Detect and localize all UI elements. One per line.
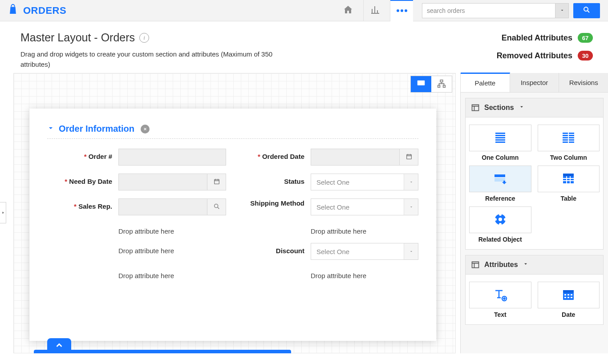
desktop-view-button[interactable]	[411, 76, 431, 92]
svg-rect-38	[472, 262, 479, 267]
svg-rect-6	[214, 179, 219, 184]
palette-two-column[interactable]	[538, 125, 600, 151]
drop-zone[interactable]: Drop attribute here	[118, 268, 174, 279]
panel-scroll[interactable]: Sections One Column Two Column	[461, 93, 608, 352]
svg-rect-1	[417, 80, 425, 85]
search-button[interactable]	[573, 3, 600, 18]
svg-point-7	[214, 204, 218, 207]
palette-one-column[interactable]	[469, 125, 531, 151]
svg-rect-11	[495, 137, 505, 138]
section-card: Order Information Order # Ordered Date	[29, 109, 436, 341]
home-button[interactable]	[336, 0, 360, 21]
bag-icon	[8, 4, 18, 18]
removed-attributes-label: Removed Attributes	[497, 51, 572, 61]
bar-chart-icon	[370, 4, 381, 16]
calendar-icon	[405, 153, 413, 162]
svg-rect-4	[443, 85, 446, 87]
two-column-icon	[561, 130, 576, 146]
ordered-date-input[interactable]	[311, 149, 400, 166]
chevron-down-icon	[523, 261, 529, 269]
right-panel: Palette Inspector Revisions Sections One…	[460, 73, 608, 353]
section-collapse-toggle[interactable]	[47, 125, 54, 133]
section-title: Order Information	[59, 124, 134, 134]
order-number-input[interactable]	[118, 149, 226, 166]
group-sections-title: Sections	[484, 104, 514, 112]
svg-rect-12	[495, 139, 505, 141]
panel-tabs: Palette Inspector Revisions	[461, 73, 608, 93]
palette-date-label: Date	[538, 311, 600, 318]
shipping-method-select[interactable]: Select One	[311, 198, 418, 215]
svg-rect-10	[495, 135, 505, 136]
palette-reference[interactable]	[469, 166, 531, 192]
sitemap-icon	[437, 79, 446, 90]
sales-rep-input[interactable]	[118, 198, 207, 215]
palette-text[interactable]	[469, 282, 531, 308]
ordered-date-label: Ordered Date	[239, 149, 311, 160]
chevron-down-icon	[404, 243, 418, 259]
section-divider	[47, 138, 418, 139]
reference-icon	[493, 171, 508, 187]
palette-related-object-label: Related Object	[469, 236, 531, 243]
drop-zone[interactable]: Drop attribute here	[118, 243, 174, 255]
svg-point-36	[499, 223, 502, 226]
sales-rep-lookup-button[interactable]	[207, 198, 226, 215]
tab-revisions[interactable]: Revisions	[559, 73, 608, 92]
svg-rect-23	[569, 142, 574, 143]
layout-icon	[471, 260, 480, 269]
need-by-date-picker-button[interactable]	[207, 174, 226, 190]
palette-table[interactable]	[538, 166, 600, 192]
drop-zone[interactable]: Drop attribute here	[118, 223, 174, 235]
svg-rect-20	[569, 135, 574, 136]
section-remove-button[interactable]	[141, 125, 150, 133]
svg-rect-24	[495, 174, 505, 177]
more-menu-button[interactable]	[390, 0, 413, 21]
group-attributes-toggle[interactable]: Attributes	[465, 255, 604, 275]
svg-rect-27	[563, 174, 574, 176]
bottom-drawer-bar[interactable]	[34, 350, 291, 353]
palette-date[interactable]	[538, 282, 600, 308]
tab-palette[interactable]: Palette	[461, 73, 510, 92]
group-attributes-body: Text Date	[465, 275, 604, 325]
layout-icon	[471, 103, 480, 112]
page-header: Master Layout - Orders i Drag and drop w…	[0, 21, 608, 73]
status-select[interactable]: Select One	[311, 174, 418, 190]
ordered-date-picker-button[interactable]	[400, 149, 418, 166]
palette-related-object[interactable]	[469, 206, 531, 233]
search-scope-dropdown[interactable]	[555, 3, 569, 18]
svg-rect-45	[564, 297, 566, 298]
tree-view-button[interactable]	[431, 76, 452, 92]
group-sections-body: One Column Two Column Reference	[465, 117, 604, 250]
drop-zone[interactable]: Drop attribute here	[311, 223, 366, 235]
page-description: Drag and drop widgets to create your cus…	[20, 49, 288, 69]
svg-rect-22	[569, 139, 574, 141]
chevron-down-icon	[404, 174, 418, 190]
left-panel-toggle[interactable]	[0, 202, 6, 223]
bottom-drawer-toggle[interactable]	[47, 338, 71, 353]
main-area: Order Information Order # Ordered Date	[0, 73, 608, 353]
drop-zone[interactable]: Drop attribute here	[311, 268, 366, 279]
monitor-icon	[416, 79, 426, 90]
horizontal-dots-icon	[397, 9, 407, 12]
brand-label: ORDERS	[23, 5, 66, 16]
search-input[interactable]	[422, 3, 555, 18]
svg-rect-47	[571, 297, 572, 298]
group-sections-toggle[interactable]: Sections	[465, 98, 604, 117]
svg-rect-21	[569, 137, 574, 138]
need-by-date-input[interactable]	[118, 174, 207, 190]
reports-button[interactable]	[363, 0, 386, 21]
discount-select[interactable]: Select One	[311, 243, 418, 260]
enabled-attributes-count: 67	[578, 33, 593, 43]
shipping-method-label: Shipping Method	[239, 198, 311, 207]
chevron-down-icon	[559, 7, 565, 14]
svg-rect-17	[563, 139, 568, 141]
enabled-attributes-label: Enabled Attributes	[502, 33, 572, 43]
need-by-date-label: Need By Date	[47, 174, 118, 185]
sales-rep-label: Sales Rep.	[47, 198, 118, 210]
date-icon	[561, 287, 576, 303]
one-column-icon	[493, 130, 508, 146]
calendar-icon	[213, 178, 220, 186]
info-icon[interactable]: i	[139, 33, 149, 43]
svg-point-34	[499, 213, 502, 216]
svg-rect-3	[438, 85, 440, 87]
tab-inspector[interactable]: Inspector	[510, 73, 559, 92]
